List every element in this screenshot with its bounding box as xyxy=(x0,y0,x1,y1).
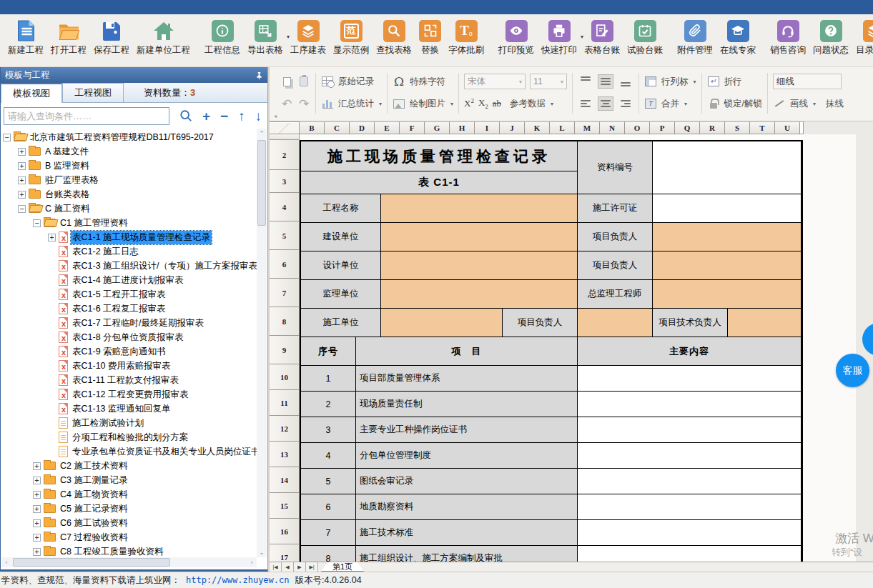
draw-picture-button[interactable]: 绘制图片▾ xyxy=(393,95,453,112)
toolbar-button-export[interactable]: ▾ 导出表格 xyxy=(244,18,287,56)
align-top-button[interactable] xyxy=(578,74,593,89)
ref-data-button[interactable]: 参考数据 xyxy=(510,98,546,110)
tree-item[interactable]: + B 监理资料 xyxy=(1,159,257,173)
column-header-I[interactable]: I xyxy=(475,121,500,134)
column-header-G[interactable]: G xyxy=(425,121,450,134)
info-value-cell[interactable] xyxy=(381,223,578,251)
column-header-S[interactable]: S xyxy=(725,121,750,134)
customer-service-button[interactable]: 客服 xyxy=(836,354,869,387)
align-bottom-button[interactable] xyxy=(618,74,633,89)
tree-vertical-scrollbar[interactable]: ⌃ ⌄ xyxy=(257,129,267,557)
tree-item[interactable]: + C2 施工技术资料 xyxy=(1,459,257,473)
column-header-F[interactable]: F xyxy=(400,121,425,134)
list-row-content-cell[interactable] xyxy=(578,494,802,520)
tree-item[interactable]: 表C1-4 施工进度计划报审表 xyxy=(1,273,257,287)
list-row-content-cell[interactable] xyxy=(578,520,802,546)
row-header-2[interactable]: 2 xyxy=(270,140,300,170)
toolbar-button-fontbrush[interactable]: To 字体批刷 xyxy=(445,18,488,56)
scrollbar-thumb[interactable] xyxy=(13,558,170,567)
sheet-tab[interactable]: 第1页 xyxy=(321,562,364,572)
scroll-right-icon[interactable]: › xyxy=(247,557,257,567)
first-sheet-icon[interactable]: |◀ xyxy=(270,562,282,572)
prev-sheet-icon[interactable]: ◀ xyxy=(282,562,294,572)
tree-expander-icon[interactable]: − xyxy=(18,205,26,213)
align-center-button[interactable] xyxy=(598,96,613,111)
tree-expander-icon[interactable]: + xyxy=(18,176,26,184)
strikethrough-button[interactable]: ab xyxy=(493,98,501,109)
tree-expander-icon[interactable]: + xyxy=(18,191,26,199)
info-value-cell[interactable] xyxy=(381,280,578,309)
tree-expander-icon[interactable]: + xyxy=(33,519,41,527)
tree-item[interactable]: + C7 过程验收资料 xyxy=(1,530,257,544)
row-header-3[interactable]: 3 xyxy=(270,170,300,193)
column-header-U[interactable]: U xyxy=(775,121,800,134)
tree-item[interactable]: + C5 施工记录资料 xyxy=(1,502,257,516)
redo-icon[interactable]: ↷ xyxy=(297,97,310,110)
toolbar-button-expert[interactable]: 在线专家 xyxy=(716,18,759,56)
tree-item[interactable]: 表C1-9 索赔意向通知书 xyxy=(1,344,257,359)
row-header-9[interactable]: 9 xyxy=(270,336,300,364)
row-header-13[interactable]: 13 xyxy=(270,442,300,467)
pin-icon[interactable] xyxy=(255,71,263,79)
list-row-content-cell[interactable] xyxy=(578,392,802,417)
tree-expander-icon[interactable]: + xyxy=(18,162,26,170)
tree-item[interactable]: − C 施工资料 xyxy=(1,201,257,216)
tree-expander-icon[interactable]: + xyxy=(33,548,41,556)
summary-stats-button[interactable]: 汇总统计▾ xyxy=(321,95,382,112)
scroll-left-icon[interactable]: ‹ xyxy=(1,557,11,567)
row-header-14[interactable]: 14 xyxy=(270,467,300,493)
contractor-value-cell[interactable] xyxy=(728,309,802,337)
panel-title-bar[interactable]: 模板与工程 xyxy=(1,67,267,83)
tree-item[interactable]: + C8 工程竣工质量验收资料 xyxy=(1,544,257,557)
row-header-10[interactable]: 10 xyxy=(270,364,300,390)
search-input[interactable] xyxy=(4,107,169,125)
last-sheet-icon[interactable]: ▶| xyxy=(306,562,318,572)
draw-line-button[interactable]: 画线 xyxy=(790,98,808,110)
tree-expander-icon[interactable]: + xyxy=(48,234,56,241)
info-value-cell[interactable] xyxy=(653,280,802,309)
tree-item[interactable]: 表C1-10 费用索赔报审表 xyxy=(1,359,257,373)
toolbar-button-open-folder[interactable]: 打开工程 xyxy=(47,18,90,56)
list-row-content-cell[interactable] xyxy=(578,366,802,392)
list-row-content-cell[interactable] xyxy=(578,546,802,562)
toolbar-button-clip[interactable]: 附件管理 xyxy=(674,18,716,56)
expand-all-icon[interactable]: + xyxy=(202,109,210,123)
align-middle-button[interactable] xyxy=(598,74,613,89)
tree-expander-icon[interactable]: + xyxy=(33,477,41,484)
tree-expander-icon[interactable]: + xyxy=(33,534,41,542)
tree-item[interactable]: + C3 施工测量记录 xyxy=(1,473,257,487)
toolbar-button-find[interactable]: 查找表格 xyxy=(373,18,415,56)
column-header-Q[interactable]: Q xyxy=(675,121,700,134)
tree-item[interactable]: − 北京市建筑工程资料管理规程DB11/T695-2017 xyxy=(1,130,257,144)
doc-no-value-cell[interactable] xyxy=(653,141,802,194)
paste-icon[interactable] xyxy=(297,75,310,88)
row-header-5[interactable]: 5 xyxy=(270,221,300,250)
tree-expander-icon[interactable]: + xyxy=(33,505,41,513)
toolbar-button-house[interactable]: 新建单位工程 xyxy=(133,18,194,56)
tree-expander-icon[interactable]: − xyxy=(33,219,41,227)
tree-item[interactable]: 表C1-8 分包单位资质报审表 xyxy=(1,330,257,344)
tree-item[interactable]: 表C1-6 工程复工报审表 xyxy=(1,302,257,316)
column-header-B[interactable]: B xyxy=(300,121,325,134)
move-down-icon[interactable]: ↓ xyxy=(255,109,262,123)
toolbar-button-info[interactable]: 工程信息 xyxy=(201,18,244,56)
tree-item[interactable]: 专业承包单位资质证书及相关专业人员岗位证书 xyxy=(1,444,257,459)
column-header-P[interactable]: P xyxy=(650,121,675,134)
tree-item[interactable]: + 表C1-1 施工现场质量管理检查记录 xyxy=(1,230,257,244)
subscript-button[interactable]: X2 xyxy=(478,97,488,110)
toolbar-button-print[interactable]: ▾ 快速打印 xyxy=(538,18,581,56)
next-sheet-icon[interactable]: ▶ xyxy=(294,562,306,572)
column-header-K[interactable]: K xyxy=(525,121,550,134)
list-row-content-cell[interactable] xyxy=(578,443,802,469)
font-name-select[interactable]: 宋体▾ xyxy=(464,74,526,89)
column-header-N[interactable]: N xyxy=(600,121,625,134)
toolbar-button-layers[interactable]: 工序建表 xyxy=(287,18,330,56)
tree-item[interactable]: 表C1-2 施工日志 xyxy=(1,244,257,259)
tree-expander-icon[interactable]: + xyxy=(33,491,41,499)
align-left-button[interactable] xyxy=(578,96,593,111)
tree-item[interactable]: + A 基建文件 xyxy=(1,144,257,159)
lock-button[interactable]: 锁定/解锁 xyxy=(707,95,762,112)
move-up-icon[interactable]: ↑ xyxy=(238,109,245,123)
tree-item[interactable]: 分项工程和检验批的划分方案 xyxy=(1,430,257,444)
toolbar-button-test[interactable]: 试验台账 xyxy=(623,18,666,56)
